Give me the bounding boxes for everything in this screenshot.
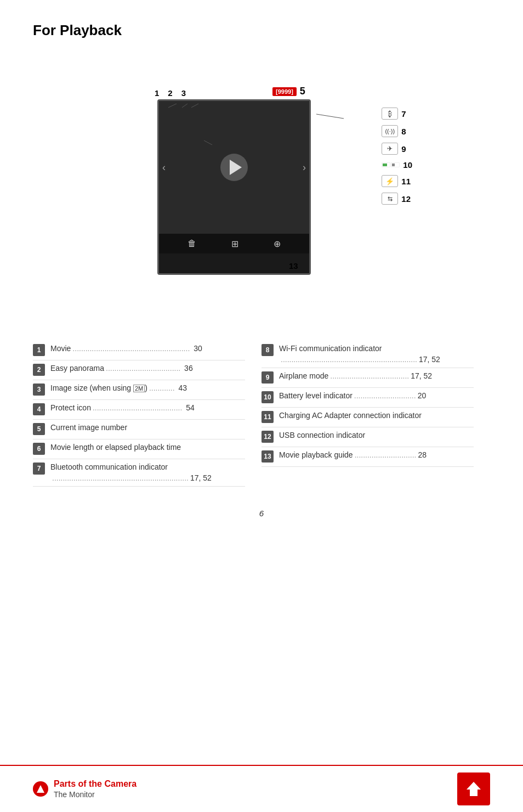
home-button[interactable] [457,772,490,805]
battery-pair-icon [382,162,400,167]
indicator-9-row: ✈ 9 [382,143,412,155]
screen-bottom-bar: 🗑 ⊞ ⊕ [159,234,309,253]
arrow-left-icon: ‹ [162,162,166,173]
num-5-label: 5 [300,86,305,97]
ref-num-4: 4 [33,403,45,415]
ref-row-7: 7 Bluetooth communication indicator ....… [33,459,245,487]
usb-icon-display: ⇆ [382,193,398,205]
num-12-label: 12 [401,194,411,204]
ref-num-6: 6 [33,443,45,455]
home-icon [464,780,483,798]
indicator-10-row: 10 [382,160,412,170]
num-10-label: 10 [403,160,412,170]
ref-text-9: Airplane mode...........................… [279,371,474,382]
num-labels-row: 1 2 3 [155,88,186,98]
ref-row-5: 5 Current image number [33,420,245,439]
ref-text-8: Wi-Fi communication indicator ..........… [279,343,474,365]
indicator-7-row: ₿ 7 [382,108,412,120]
page-number: 6 [33,509,490,518]
num-2: 2 [168,88,172,98]
footer-text-block: Parts of the Camera The Monitor [54,779,137,799]
num-9-label: 9 [401,144,406,154]
ref-num-13: 13 [262,450,274,463]
ref-text-2: Easy panorama...........................… [50,363,245,374]
zoom-icon: ⊕ [274,239,281,249]
ref-row-4: 4 Protect icon..........................… [33,400,245,420]
footer-brand: Parts of the Camera The Monitor [33,779,137,799]
reference-table: 1 Movie.................................… [33,341,490,487]
footer-logo-icon [33,781,48,797]
delete-icon: 🗑 [187,239,196,249]
ref-text-11: Charging AC Adapter connection indicator [279,410,474,421]
ref-row-12: 12 USB connection indicator [262,427,474,447]
label-9999-top: [9999] [272,87,297,96]
num-13-label: 13 [289,261,298,270]
camera-screen: ▶ 🔒 [9999] ₿ ‹ › [157,99,311,275]
ref-text-3: Image size (when using 2M)............ 4… [50,383,245,394]
indicator-8-row: ((·)) 8 [382,125,412,137]
menu-icon: ⊞ [231,239,238,249]
arrow-right-icon: › [303,162,306,173]
ref-num-1: 1 [33,344,45,356]
ref-text-6: Movie length or elapsed playback time [50,442,245,453]
bluetooth-icon-display: ₿ [382,108,398,120]
ref-text-7: Bluetooth communication indicator ......… [50,462,245,483]
ref-text-4: Protect icon............................… [50,403,245,414]
footer: Parts of the Camera The Monitor [0,765,523,812]
ref-col-left: 1 Movie.................................… [33,341,262,487]
right-indicators: ₿ 7 ((·)) 8 ✈ 9 10 ⚡ 11 [382,108,412,205]
ref-text-12: USB connection indicator [279,430,474,441]
ref-num-2: 2 [33,364,45,376]
footer-section-title: Parts of the Camera [54,779,137,789]
ref-row-9: 9 Airplane mode.........................… [262,368,474,388]
logo-svg [36,784,46,794]
footer-subtitle: The Monitor [54,790,137,799]
wifi-icon-display: ((·)) [382,125,398,137]
screen-main-area: ‹ › [159,101,309,234]
play-triangle-icon [230,160,242,175]
ref-col-right: 8 Wi-Fi communication indicator ........… [262,341,490,487]
ref-num-10: 10 [262,391,274,403]
ref-row-8: 8 Wi-Fi communication indicator ........… [262,341,474,368]
page-title: For Playback [33,22,490,39]
ref-text-5: Current image number [50,422,245,433]
charging-icon-display: ⚡ [382,175,398,187]
num-1: 1 [155,88,159,98]
airplane-icon-display: ✈ [382,143,398,155]
footer-left-section: Parts of the Camera The Monitor [33,779,137,799]
ref-row-1: 1 Movie.................................… [33,341,245,360]
svg-marker-5 [37,785,44,793]
svg-marker-6 [467,782,481,796]
svg-line-4 [316,114,344,119]
ref-num-12: 12 [262,431,274,443]
ref-num-7: 7 [33,463,45,475]
ref-row-11: 11 Charging AC Adapter connection indica… [262,408,474,427]
num-3: 3 [181,88,186,98]
ref-row-2: 2 Easy panorama.........................… [33,360,245,380]
num-11-label: 11 [401,177,411,186]
num-7-label: 7 [401,109,406,119]
ref-num-9: 9 [262,371,274,384]
num-8-label: 8 [401,127,406,136]
ref-text-1: Movie...................................… [50,343,245,354]
ref-row-6: 6 Movie length or elapsed playback time [33,439,245,459]
indicator-11-row: ⚡ 11 [382,175,412,187]
ref-row-3: 3 Image size (when using 2M)............… [33,380,245,400]
ref-row-13: 13 Movie playback guide.................… [262,447,474,467]
ref-text-13: Movie playback guide....................… [279,450,474,461]
indicator-12-row: ⇆ 12 [382,193,412,205]
ref-num-5: 5 [33,423,45,435]
diagram-area: 1 2 3 ▶ ⊟ 2M [9999] 5 [1:00] (min:s) [103,55,420,319]
ref-text-10: Battery level indicator.................… [279,391,474,402]
label-5-row: [9999] 5 [272,86,305,97]
ref-num-3: 3 [33,384,45,396]
page-content: For Playback 1 2 3 ▶ ⊟ 2M [9999] 5 [1 [0,0,523,540]
play-button-display [220,154,248,181]
ref-num-11: 11 [262,411,274,423]
ref-num-8: 8 [262,344,274,356]
ref-row-10: 10 Battery level indicator..............… [262,388,474,408]
